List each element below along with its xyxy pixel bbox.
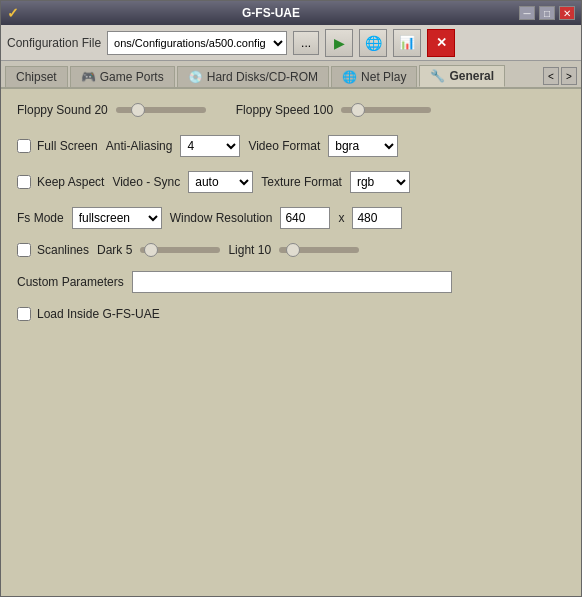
- window-title: G-FS-UAE: [23, 6, 519, 20]
- config-browse-button[interactable]: ...: [293, 31, 319, 55]
- content-area: Floppy Sound 20 Floppy Speed 100 Full Sc…: [1, 89, 581, 596]
- tab-gameports[interactable]: 🎮 Game Ports: [70, 66, 175, 87]
- general-tab-label: General: [449, 69, 494, 83]
- window-resolution-label: Window Resolution: [170, 211, 273, 225]
- play-button[interactable]: ▶: [325, 29, 353, 57]
- tab-bar: Chipset 🎮 Game Ports 💿 Hard Disks/CD-ROM…: [1, 61, 581, 89]
- dark-label: Dark 5: [97, 243, 132, 257]
- scanlines-checkbox[interactable]: [17, 243, 31, 257]
- tab-chipset[interactable]: Chipset: [5, 66, 68, 87]
- tab-next-button[interactable]: >: [561, 67, 577, 85]
- texture-format-select[interactable]: rgb bgra rgba: [350, 171, 410, 193]
- stop-icon: ✕: [436, 35, 447, 50]
- fullscreen-checkbox[interactable]: [17, 139, 31, 153]
- chart-button[interactable]: 📊: [393, 29, 421, 57]
- anti-aliasing-label: Anti-Aliasing: [106, 139, 173, 153]
- sliders-row: Floppy Sound 20 Floppy Speed 100: [17, 103, 565, 117]
- fullscreen-label: Full Screen: [37, 139, 98, 153]
- globe-button[interactable]: 🌐: [359, 29, 387, 57]
- video-format-select[interactable]: bgra rgb rgba: [328, 135, 398, 157]
- load-inside-checkbox[interactable]: [17, 307, 31, 321]
- resolution-sep: x: [338, 211, 344, 225]
- netplay-icon: 🌐: [342, 70, 357, 84]
- light-label: Light 10: [228, 243, 271, 257]
- floppy-speed-label: Floppy Speed 100: [236, 103, 333, 117]
- toolbar: Configuration File ons/Configurations/a5…: [1, 25, 581, 61]
- keepaspect-group: Keep Aspect: [17, 175, 104, 189]
- floppy-sound-slider[interactable]: [116, 107, 206, 113]
- fullscreen-group: Full Screen: [17, 139, 98, 153]
- title-bar-buttons: ─ □ ✕: [519, 6, 575, 20]
- video-sync-select[interactable]: auto off on: [188, 171, 253, 193]
- tab-navigation: < >: [543, 67, 581, 87]
- chipset-tab-label: Chipset: [16, 70, 57, 84]
- video-sync-label: Video - Sync: [112, 175, 180, 189]
- play-icon: ▶: [334, 35, 345, 51]
- keep-aspect-checkbox[interactable]: [17, 175, 31, 189]
- minimize-button[interactable]: ─: [519, 6, 535, 20]
- light-slider[interactable]: [279, 247, 359, 253]
- floppy-sound-group: Floppy Sound 20: [17, 103, 206, 117]
- main-window: ✓ G-FS-UAE ─ □ ✕ Configuration File ons/…: [0, 0, 582, 597]
- app-icon: ✓: [7, 5, 23, 21]
- scanlines-group: Scanlines: [17, 243, 89, 257]
- fullscreen-row: Full Screen Anti-Aliasing 1 2 4 8 Video …: [17, 135, 565, 157]
- chart-icon: 📊: [399, 35, 415, 50]
- dark-slider[interactable]: [140, 247, 220, 253]
- custom-params-row: Custom Parameters: [17, 271, 565, 293]
- netplay-tab-label: Net Play: [361, 70, 406, 84]
- gameports-tab-label: Game Ports: [100, 70, 164, 84]
- globe-icon: 🌐: [365, 35, 382, 51]
- fsmode-row: Fs Mode fullscreen windowed fullwindow W…: [17, 207, 565, 229]
- harddisks-icon: 💿: [188, 70, 203, 84]
- keepaspect-row: Keep Aspect Video - Sync auto off on Tex…: [17, 171, 565, 193]
- floppy-sound-label: Floppy Sound 20: [17, 103, 108, 117]
- load-inside-row: Load Inside G-FS-UAE: [17, 307, 565, 321]
- config-file-select[interactable]: ons/Configurations/a500.config: [107, 31, 287, 55]
- maximize-button[interactable]: □: [539, 6, 555, 20]
- gameports-icon: 🎮: [81, 70, 96, 84]
- close-button[interactable]: ✕: [559, 6, 575, 20]
- texture-format-label: Texture Format: [261, 175, 342, 189]
- keep-aspect-label: Keep Aspect: [37, 175, 104, 189]
- general-icon: 🔧: [430, 69, 445, 83]
- tab-general[interactable]: 🔧 General: [419, 65, 505, 87]
- resolution-width-input[interactable]: [280, 207, 330, 229]
- load-inside-label: Load Inside G-FS-UAE: [37, 307, 160, 321]
- stop-button[interactable]: ✕: [427, 29, 455, 57]
- title-bar: ✓ G-FS-UAE ─ □ ✕: [1, 1, 581, 25]
- scanlines-label: Scanlines: [37, 243, 89, 257]
- video-format-label: Video Format: [248, 139, 320, 153]
- tab-netplay[interactable]: 🌐 Net Play: [331, 66, 417, 87]
- floppy-speed-slider[interactable]: [341, 107, 431, 113]
- floppy-speed-group: Floppy Speed 100: [236, 103, 431, 117]
- custom-parameters-input[interactable]: [132, 271, 452, 293]
- fs-mode-label: Fs Mode: [17, 211, 64, 225]
- resolution-height-input[interactable]: [352, 207, 402, 229]
- title-bar-left: ✓: [7, 5, 23, 21]
- tab-harddisks[interactable]: 💿 Hard Disks/CD-ROM: [177, 66, 329, 87]
- tab-prev-button[interactable]: <: [543, 67, 559, 85]
- anti-aliasing-select[interactable]: 1 2 4 8: [180, 135, 240, 157]
- harddisks-tab-label: Hard Disks/CD-ROM: [207, 70, 318, 84]
- custom-parameters-label: Custom Parameters: [17, 275, 124, 289]
- config-file-label: Configuration File: [7, 36, 101, 50]
- scanlines-row: Scanlines Dark 5 Light 10: [17, 243, 565, 257]
- fs-mode-select[interactable]: fullscreen windowed fullwindow: [72, 207, 162, 229]
